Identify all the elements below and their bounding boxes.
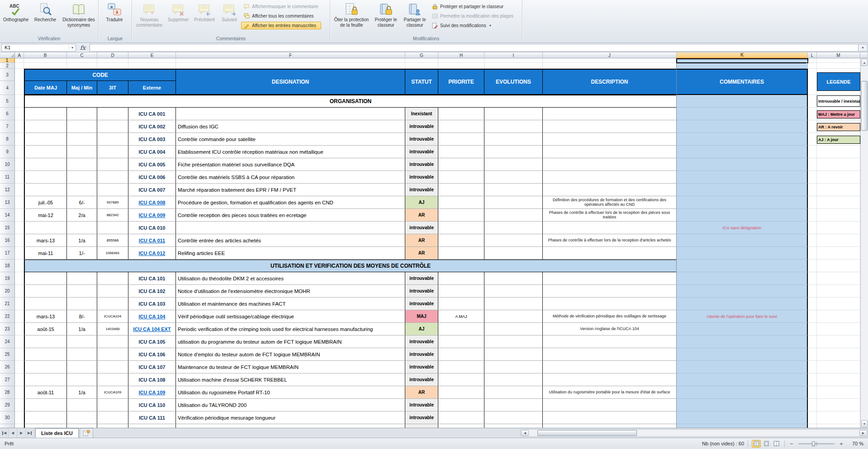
cell-commentaire-31[interactable] (677, 424, 808, 428)
cell-evolutions-6[interactable] (484, 108, 543, 120)
cell-3it-11[interactable] (97, 171, 128, 184)
row-header-11[interactable]: 11 (0, 171, 15, 184)
cell-statut-17[interactable]: AR (405, 247, 438, 260)
cell-G1[interactable] (405, 58, 438, 63)
row-header-15[interactable]: 15 (0, 222, 15, 234)
cell-priorite-22[interactable]: A MAJ (438, 310, 484, 323)
row-header-8[interactable]: 8 (0, 133, 15, 146)
cell-A8[interactable] (15, 133, 24, 146)
row-header-24[interactable]: 24 (0, 336, 15, 348)
cell-designation-30[interactable]: Vérification périodique mesurage longueu… (176, 411, 405, 424)
cell-date-maj-31[interactable] (24, 424, 67, 428)
cell-maj-min-8[interactable] (67, 133, 97, 146)
cell-K18[interactable] (677, 260, 808, 272)
cell-evolutions-19[interactable] (484, 272, 543, 285)
expand-formula-bar-icon[interactable]: ▾ (859, 44, 868, 52)
row-header-7[interactable]: 7 (0, 120, 15, 133)
protect-workbook-button[interactable]: Protéger le classeur (371, 1, 400, 34)
cell-code-externe-28[interactable]: ICU CA 109 (128, 386, 176, 399)
cell-priorite-20[interactable] (438, 285, 484, 298)
insert-function-button[interactable]: fx (76, 44, 90, 51)
cell-date-maj-20[interactable] (24, 285, 67, 298)
cell-L10[interactable] (808, 158, 817, 171)
cell-evolutions-29[interactable] (484, 399, 543, 411)
cell-commentaire-9[interactable] (677, 146, 808, 158)
cell-C1[interactable] (67, 58, 97, 63)
code-hyperlink-28[interactable]: ICU CA 109 (139, 390, 166, 395)
cell-A17[interactable] (15, 247, 24, 260)
cell-3it-15[interactable] (97, 222, 128, 234)
cell-M28[interactable] (817, 386, 860, 399)
scroll-up-icon[interactable]: ▲ (861, 59, 868, 66)
cell-maj-min-27[interactable] (67, 373, 97, 386)
cell-L24[interactable] (808, 336, 817, 348)
cell-evolutions-28[interactable] (484, 386, 543, 399)
cell-L20[interactable] (808, 285, 817, 298)
cell-maj-min-7[interactable] (67, 120, 97, 133)
last-sheet-button[interactable]: ▶ (26, 428, 34, 438)
cell-designation-31[interactable]: Vérification périodique mesurage fréquen… (176, 424, 405, 428)
scroll-down-icon[interactable]: ▼ (861, 420, 868, 427)
cell-3it-10[interactable] (97, 158, 128, 171)
column-header-A[interactable]: A (15, 52, 24, 58)
cell-date-maj-26[interactable] (24, 361, 67, 373)
cell-designation-16[interactable]: Contrôle entrée des articles achetés (176, 234, 405, 247)
cell-E2[interactable] (128, 63, 176, 69)
cell-date-maj-12[interactable] (24, 184, 67, 196)
cell-A13[interactable] (15, 196, 24, 209)
cell-M21[interactable] (817, 298, 860, 310)
cell-3it-31[interactable] (97, 424, 128, 428)
cell-evolutions-16[interactable] (484, 234, 543, 247)
cell-description-16[interactable]: Phases de contrôle à effectuer lors de l… (543, 234, 677, 247)
row-header-18[interactable]: 18 (0, 260, 15, 272)
cell-maj-min-10[interactable] (67, 158, 97, 171)
select-all-corner[interactable] (0, 52, 15, 58)
cell-3it-28[interactable]: ICUCA109 (97, 386, 128, 399)
cell-date-maj-29[interactable] (24, 399, 67, 411)
cell-commentaire-14[interactable] (677, 209, 808, 222)
cell-evolutions-21[interactable] (484, 298, 543, 310)
cell-L13[interactable] (808, 196, 817, 209)
cell-L27[interactable] (808, 373, 817, 386)
cell-designation-19[interactable]: Utilisation du théodolite DKM 2 et acces… (176, 272, 405, 285)
cell-code-externe-21[interactable]: ICU CA 103 (128, 298, 176, 310)
cell-statut-13[interactable]: AJ (405, 196, 438, 209)
cell-designation-6[interactable] (176, 108, 405, 120)
cell-L28[interactable] (808, 386, 817, 399)
cell-maj-min-14[interactable]: 2/a (67, 209, 97, 222)
cell-G2[interactable] (405, 63, 438, 69)
formula-input[interactable] (90, 44, 859, 52)
zoom-slider[interactable] (798, 443, 835, 444)
cell-priorite-7[interactable] (438, 120, 484, 133)
cell-statut-9[interactable]: introuvable (405, 146, 438, 158)
cell-commentaire-26[interactable] (677, 361, 808, 373)
cell-maj-min-28[interactable]: 1/a (67, 386, 97, 399)
cell-L19[interactable] (808, 272, 817, 285)
cell-designation-28[interactable]: Utilisation du rugosimètre Portatif RT-1… (176, 386, 405, 399)
cell-designation-23[interactable]: Periodic verification of the crimping to… (176, 323, 405, 336)
cell-description-7[interactable] (543, 120, 677, 133)
cell-code-externe-22[interactable]: ICU CA 104 (128, 310, 176, 323)
cell-maj-min-25[interactable] (67, 348, 97, 361)
cell-commentaire-25[interactable] (677, 348, 808, 361)
cell-evolutions-30[interactable] (484, 411, 543, 424)
cell-C2[interactable] (67, 63, 97, 69)
code-hyperlink-16[interactable]: ICU CA 011 (139, 238, 165, 243)
cell-3it-21[interactable] (97, 298, 128, 310)
cell-priorite-24[interactable] (438, 336, 484, 348)
cell-B1[interactable] (24, 58, 67, 63)
cell-commentaire-13[interactable] (677, 196, 808, 209)
cell-F2[interactable] (176, 63, 405, 69)
cell-L25[interactable] (808, 348, 817, 361)
cell-date-maj-27[interactable] (24, 373, 67, 386)
cell-L30[interactable] (808, 411, 817, 424)
cell-A11[interactable] (15, 171, 24, 184)
cell-L12[interactable] (808, 184, 817, 196)
cell-A15[interactable] (15, 222, 24, 234)
row-header-4[interactable]: 4 (0, 81, 15, 95)
cell-evolutions-20[interactable] (484, 285, 543, 298)
cell-L15[interactable] (808, 222, 817, 234)
cell-statut-14[interactable]: AR (405, 209, 438, 222)
cell-A22[interactable] (15, 310, 24, 323)
cell-evolutions-27[interactable] (484, 373, 543, 386)
